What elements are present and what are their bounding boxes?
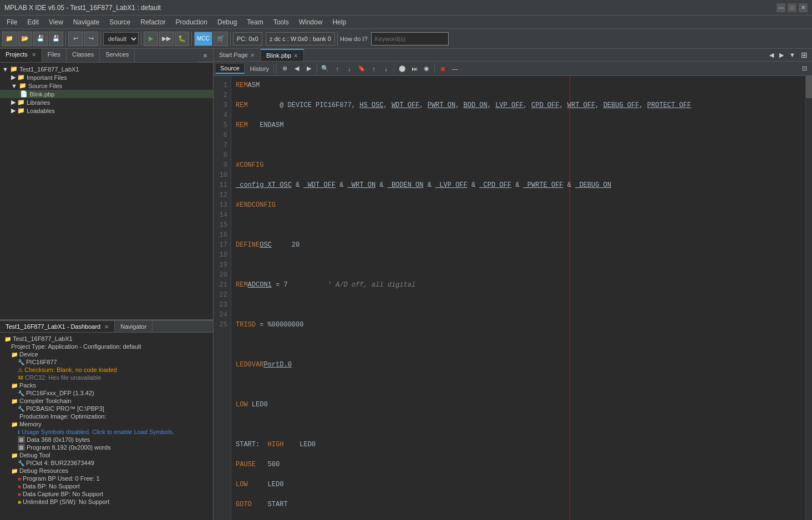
prev-edit-button[interactable]: ◀	[291, 63, 302, 74]
mcc-button[interactable]: MCC	[194, 32, 212, 46]
dash-pic16fxxx-label: PIC16Fxxx_DFP (1.3.42)	[26, 390, 94, 396]
close-blink-pbp-icon[interactable]: ✕	[293, 53, 298, 59]
line-num-25: 25	[214, 320, 231, 330]
dash-device-folder[interactable]: 📁 Device	[2, 350, 211, 358]
dash-pic16fxxx-icon: 🔧	[18, 390, 24, 396]
menu-help[interactable]: Help	[328, 17, 351, 27]
bookmark-button[interactable]: 🔖	[356, 63, 367, 74]
tab-services[interactable]: Services	[100, 49, 135, 62]
menu-production[interactable]: Production	[171, 17, 212, 27]
stop-button[interactable]: ⏹	[437, 63, 448, 74]
tree-important-files[interactable]: ▶ 📁 Important Files	[0, 73, 213, 81]
window-config-button[interactable]: ⊞	[799, 49, 810, 60]
dash-pbp: 🔧 PICBASIC PRO™ [C:\PBP3]	[2, 405, 211, 412]
next-bookmark-button[interactable]: ↓	[380, 63, 392, 74]
code-line-11: REM ADCON1 = 7 ' A/D off, all digital	[236, 280, 808, 290]
dash-packs-folder[interactable]: 📁 Packs	[2, 381, 211, 389]
run-button[interactable]: ▶▶	[159, 32, 174, 46]
store-button[interactable]: 🛒	[214, 32, 228, 46]
menu-window[interactable]: Window	[295, 17, 327, 27]
build-button[interactable]: ▶	[144, 32, 158, 46]
prev-bookmark-button[interactable]: ↑	[368, 63, 379, 74]
editor-more-button[interactable]: —	[449, 63, 460, 74]
redo-button[interactable]: ↪	[84, 32, 98, 46]
close-dashboard-icon[interactable]: ✕	[104, 324, 109, 330]
code-line-14	[236, 340, 808, 350]
loadables-expand-icon: ▶	[11, 107, 16, 114]
close-projects-icon[interactable]: ✕	[32, 52, 36, 58]
scrollbar-thumb[interactable]	[806, 76, 812, 98]
find-next-button[interactable]: ↓	[344, 63, 355, 74]
undo-button[interactable]: ↩	[68, 32, 83, 46]
find-prev-button[interactable]: ↑	[332, 63, 343, 74]
new-project-button[interactable]: 📁	[2, 32, 17, 46]
menu-edit[interactable]: Edit	[23, 17, 43, 27]
subtab-history[interactable]: History	[246, 64, 274, 73]
tree-loadables[interactable]: ▶ 📁 Loadables	[0, 106, 213, 115]
maximize-button[interactable]: □	[788, 3, 796, 12]
collapse-all-button[interactable]: ≡	[200, 50, 211, 61]
code-content[interactable]: REM ASM REM @ DEVICE PIC16F877, HS_OSC, …	[231, 76, 812, 520]
menu-team[interactable]: Team	[242, 17, 267, 27]
tree-source-files[interactable]: ▼ 📁 Source Files	[0, 81, 213, 90]
subtab-source[interactable]: Source	[216, 64, 245, 74]
tree-root-project[interactable]: ▼ 📁 Test1_16F877_LabX1	[0, 65, 213, 73]
dash-unlimited-bp-icon: ■	[18, 499, 21, 505]
tab-dashboard[interactable]: Test1_16F877_LabX1 - Dashboard ✕	[0, 321, 115, 332]
next-tab-button[interactable]: ▶	[777, 50, 786, 60]
dashboard-tabs: Test1_16F877_LabX1 - Dashboard ✕ Navigat…	[0, 320, 213, 333]
focus-button[interactable]: ◉	[421, 63, 432, 74]
close-button[interactable]: ✕	[799, 3, 808, 12]
code-line-6: _config _XT_OSC & _WDT_OFF & _WRT_ON & _…	[236, 180, 808, 190]
tree-libraries[interactable]: ▶ 📁 Libraries	[0, 98, 213, 106]
next-edit-button[interactable]: ▶	[303, 63, 314, 74]
start-page-tab-label: Start Page	[219, 52, 248, 58]
tab-classes[interactable]: Classes	[67, 49, 100, 62]
editor-vertical-scrollbar[interactable]	[805, 76, 812, 520]
line-num-18: 18	[214, 250, 231, 260]
dash-usage-symbols[interactable]: ℹ Usage Symbols disabled. Click to enabl…	[2, 428, 211, 436]
configuration-combo[interactable]: default	[103, 32, 139, 45]
line-num-23: 23	[214, 300, 231, 310]
open-project-button[interactable]: 📂	[18, 32, 32, 46]
tab-menu-button[interactable]: ▼	[787, 50, 798, 59]
find-button[interactable]: 🔍	[319, 63, 331, 74]
dash-device-label: Device	[19, 351, 38, 358]
toggle-breakpoint-button[interactable]: ⬤	[397, 63, 408, 74]
editor-area: Start Page ✕ Blink.pbp ✕ ◀ ▶ ▼ ⊞	[214, 49, 812, 520]
dash-debug-res-folder[interactable]: 📁 Debug Resources	[2, 467, 211, 475]
dash-compiler-folder[interactable]: 📁 Compiler Toolchain	[2, 397, 211, 405]
search-input[interactable]	[371, 32, 449, 45]
tab-files[interactable]: Files	[42, 49, 67, 62]
dash-program-icon: ▦	[18, 444, 25, 451]
dash-project-root[interactable]: 📁 Test1_16F877_LabX1	[2, 335, 211, 343]
tree-blink-pbp[interactable]: 📄 Blink.pbp	[0, 90, 213, 98]
bank-indicator: z dc c : W:0x0 : bank 0	[266, 32, 335, 45]
app-title: MPLAB X IDE v6.05 - Test1_16F877_LabX1 :…	[4, 4, 161, 12]
window-controls: — □ ✕	[777, 3, 808, 12]
save-button[interactable]: 💾	[33, 32, 48, 46]
tab-blink-pbp[interactable]: Blink.pbp ✕	[261, 49, 304, 61]
prev-tab-button[interactable]: ◀	[767, 50, 776, 60]
editor-float-button[interactable]: ⊡	[799, 63, 810, 74]
run-to-cursor-button[interactable]: ⏭	[409, 63, 420, 74]
dash-memory-folder[interactable]: 📁 Memory	[2, 420, 211, 428]
goto-source-button[interactable]: ⊕	[279, 63, 290, 74]
tab-navigator[interactable]: Navigator	[115, 321, 153, 332]
menu-view[interactable]: View	[44, 17, 68, 27]
menu-debug[interactable]: Debug	[213, 17, 241, 27]
loadables-icon: 📁	[17, 107, 25, 114]
menu-navigate[interactable]: Navigate	[69, 17, 104, 27]
menu-source[interactable]: Source	[105, 17, 135, 27]
save-all-button[interactable]: 💾	[49, 32, 63, 46]
tab-start-page[interactable]: Start Page ✕	[214, 49, 261, 61]
project-expand-icon: ▼	[2, 66, 8, 73]
dash-debug-tool-folder[interactable]: 📁 Debug Tool	[2, 451, 211, 459]
minimize-button[interactable]: —	[777, 3, 785, 12]
close-start-page-icon[interactable]: ✕	[250, 52, 255, 58]
tab-projects[interactable]: Projects ✕	[0, 49, 42, 62]
menu-tools[interactable]: Tools	[269, 17, 293, 27]
debug-button[interactable]: 🐛	[175, 32, 189, 46]
menu-refactor[interactable]: Refactor	[136, 17, 170, 27]
menu-file[interactable]: File	[2, 17, 22, 27]
